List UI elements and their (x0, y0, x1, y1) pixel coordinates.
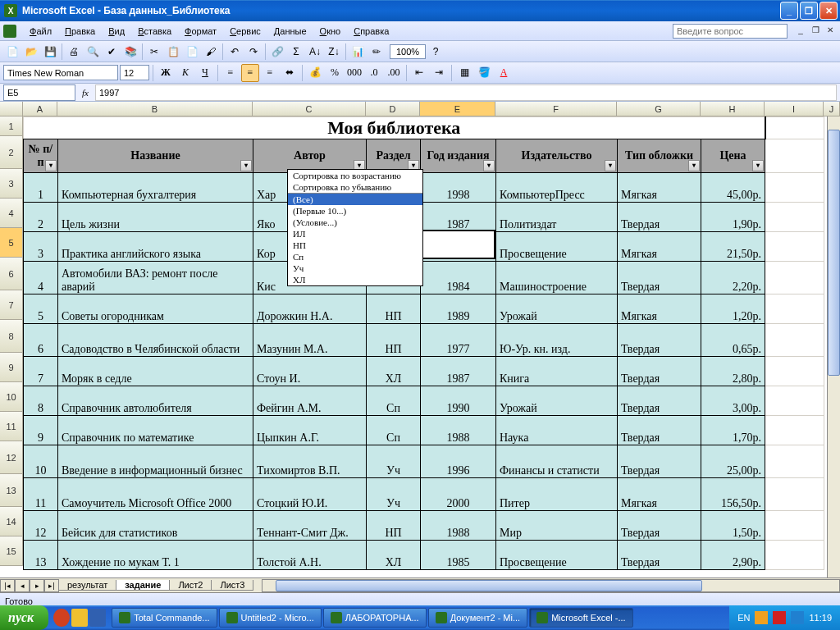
help-button[interactable]: ? (427, 43, 445, 61)
mdi-close-button[interactable]: ✕ (824, 25, 837, 37)
column-header-cell[interactable]: Раздел▾ (367, 139, 421, 173)
filter-dropdown-button[interactable]: ▾ (45, 160, 57, 171)
cell[interactable]: Ю-Ур. кн. изд. (496, 324, 618, 357)
menu-Данные[interactable]: Данные (267, 25, 313, 38)
cell[interactable]: 1987 (421, 203, 496, 232)
sort-desc-button[interactable]: Z↓ (325, 43, 343, 61)
quicklaunch-icon[interactable] (71, 609, 88, 627)
cell[interactable]: 1989 (421, 294, 496, 324)
cell[interactable]: 8 (24, 386, 58, 416)
cell[interactable]: Финансы и статисти (496, 445, 618, 478)
cell[interactable]: Твердая (618, 324, 701, 357)
cell[interactable]: Введение в информационный бизнес (58, 445, 253, 478)
column-header-H[interactable]: H (701, 102, 765, 116)
format-painter-button[interactable]: 🖌 (202, 43, 220, 61)
autofilter-dropdown[interactable]: Сортировка по возрастанию Сортировка по … (287, 169, 423, 286)
cell[interactable]: Теннант-Смит Дж. (253, 511, 367, 541)
cell[interactable]: 1987 (421, 357, 496, 386)
cell[interactable]: Урожай (496, 294, 618, 324)
menu-Правка[interactable]: Правка (58, 25, 102, 38)
borders-button[interactable]: ▦ (455, 64, 473, 82)
system-tray[interactable]: EN 11:19 (729, 605, 840, 630)
cell[interactable]: Книга (496, 357, 618, 386)
cell[interactable]: Наука (496, 416, 618, 445)
cell[interactable]: 1 (24, 173, 58, 203)
cell[interactable]: Справочник автолюбителя (58, 386, 253, 416)
cell[interactable]: 25,00р. (701, 445, 765, 478)
sheet-tab-Лист3[interactable]: Лист3 (211, 580, 253, 591)
cell[interactable]: Стоун И. (253, 357, 367, 386)
cell[interactable]: 1997 (421, 232, 496, 262)
cell[interactable]: 3,00р. (701, 386, 765, 416)
column-header-A[interactable]: A (23, 102, 57, 116)
taskbar-button[interactable]: Untitled2 - Micro... (219, 608, 322, 628)
cell[interactable]: Твердая (618, 386, 701, 416)
cell[interactable]: Твердая (618, 262, 701, 294)
row-header-1[interactable]: 1 (0, 116, 23, 136)
select-all-corner[interactable] (0, 102, 23, 116)
hyperlink-button[interactable]: 🔗 (268, 43, 286, 61)
cell[interactable]: Мягкая (618, 294, 701, 324)
cell[interactable]: 5 (24, 294, 58, 324)
percent-button[interactable]: % (326, 64, 344, 82)
cell[interactable]: Мягкая (618, 232, 701, 262)
cell[interactable]: 1,50р. (701, 511, 765, 541)
column-header-I[interactable]: I (765, 102, 824, 116)
filter-option[interactable]: ХЛ (288, 274, 422, 285)
decrease-indent-button[interactable]: ⇤ (410, 64, 428, 82)
horizontal-scrollbar[interactable] (262, 579, 840, 592)
cell[interactable]: Цыпкин А.Г. (253, 416, 367, 445)
menu-Формат[interactable]: Формат (178, 25, 223, 38)
cell[interactable]: Твердая (618, 357, 701, 386)
row-header-8[interactable]: 8 (0, 320, 23, 353)
row-header-2[interactable]: 2 (0, 136, 23, 169)
menu-Справка[interactable]: Справка (347, 25, 395, 38)
document-icon[interactable] (3, 25, 16, 38)
cell[interactable]: 1998 (421, 173, 496, 203)
taskbar-button[interactable]: Total Commande... (112, 608, 217, 628)
autosum-button[interactable]: Σ (287, 43, 305, 61)
cell[interactable]: Стоцкий Ю.И. (253, 478, 367, 511)
row-header-7[interactable]: 7 (0, 290, 23, 320)
tab-next-button[interactable]: ▸ (30, 579, 44, 592)
minimize-button[interactable]: _ (780, 2, 798, 20)
cell[interactable]: Фейгин А.М. (253, 386, 367, 416)
filter-option[interactable]: Сп (288, 251, 422, 262)
maximize-button[interactable]: ❐ (800, 2, 818, 20)
tab-first-button[interactable]: |◂ (0, 579, 15, 592)
cell[interactable]: Твердая (618, 541, 701, 570)
cell[interactable]: Советы огородникам (58, 294, 253, 324)
cell[interactable]: Мягкая (618, 478, 701, 511)
cell[interactable]: Садоводство в Челябинской области (58, 324, 253, 357)
cell[interactable]: Автомобили ВАЗ: ремонт после аварий (58, 262, 253, 294)
cell[interactable]: Самоучитель Microsoft Office 2000 (58, 478, 253, 511)
quicklaunch-icon[interactable] (53, 609, 70, 627)
column-header-J[interactable]: J (824, 102, 840, 116)
fx-icon[interactable]: fx (82, 88, 89, 98)
cell[interactable]: 2,80р. (701, 357, 765, 386)
tray-icon[interactable] (755, 611, 768, 624)
column-header-cell[interactable]: Год издания▾ (421, 139, 496, 173)
research-button[interactable]: 📚 (121, 43, 139, 61)
column-header-cell[interactable]: Название▾ (58, 139, 253, 173)
bold-button[interactable]: Ж (157, 64, 175, 82)
tab-last-button[interactable]: ▸| (44, 579, 59, 592)
paste-button[interactable]: 📄 (183, 43, 201, 61)
cell[interactable]: ХЛ (367, 357, 421, 386)
column-header-cell[interactable]: Автор▾ (253, 139, 367, 173)
cell[interactable]: НП (367, 511, 421, 541)
align-right-button[interactable]: ≡ (261, 64, 279, 82)
row-header-6[interactable]: 6 (0, 258, 23, 290)
cell[interactable]: 7 (24, 357, 58, 386)
cell[interactable]: 2000 (421, 478, 496, 511)
cell[interactable]: Справочник по математике (58, 416, 253, 445)
cell[interactable]: 9 (24, 416, 58, 445)
sheet-tab-Лист2[interactable]: Лист2 (169, 580, 212, 591)
spellcheck-button[interactable]: ✔ (103, 43, 121, 61)
preview-button[interactable]: 🔍 (84, 43, 102, 61)
increase-indent-button[interactable]: ⇥ (430, 64, 448, 82)
currency-button[interactable]: 💰 (306, 64, 324, 82)
column-header-C[interactable]: C (253, 102, 366, 116)
cell[interactable]: 6 (24, 324, 58, 357)
cell[interactable]: Моряк в седле (58, 357, 253, 386)
